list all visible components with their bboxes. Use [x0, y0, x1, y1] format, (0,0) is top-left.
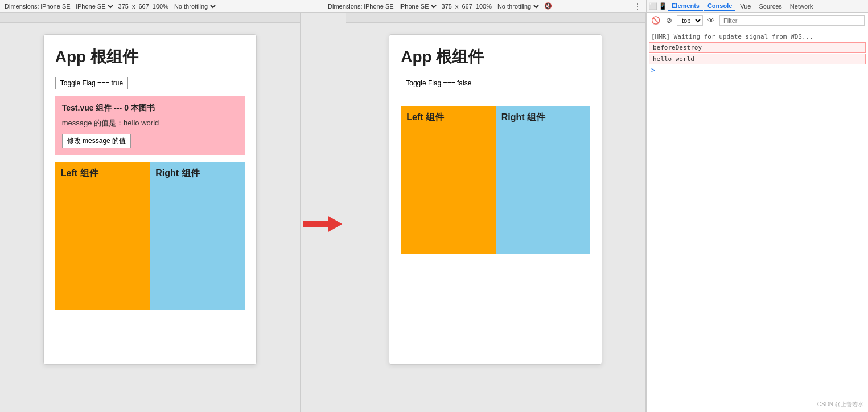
right-browser-panel: App 根组件 Toggle Flag === false Left 组件 Ri…	[346, 13, 647, 412]
right-separator	[401, 99, 590, 99]
left-toggle-button[interactable]: Toggle Flag === true	[55, 77, 128, 89]
inspect-icon[interactable]: ⬜	[649, 2, 657, 10]
throttle-select-right[interactable]: No throttling	[495, 2, 541, 10]
right-ruler	[346, 13, 646, 23]
right-left-label: Left 组件	[406, 112, 444, 124]
devtools-top-icons: ⬜ 📱 Elements Console Vue Sources Network	[646, 0, 868, 12]
right-toggle-button[interactable]: Toggle Flag === false	[401, 77, 476, 89]
left-right-panel: Right 组件	[150, 162, 245, 310]
devtools-content: [HMR] Waiting for update signal from WDS…	[647, 28, 868, 401]
arrow-icon	[303, 213, 343, 235]
console-prompt[interactable]: >	[649, 65, 866, 75]
right-left-panel: Left 组件	[401, 106, 496, 254]
dimensions-label-right: Dimensions: iPhone SE	[328, 3, 394, 10]
toolbar-right: Dimensions: iPhone SE iPhone SE 375 x 66…	[323, 0, 646, 12]
devtools-sources-tab-icon[interactable]: Sources	[756, 2, 785, 11]
devtools-elements-tab-icon: Elements	[668, 1, 703, 11]
height-left: 667	[138, 3, 149, 10]
left-test-component: Test.vue 组件 --- 0 本图书 message 的值是：hello …	[55, 96, 245, 155]
throttle-select-left[interactable]: No throttling	[172, 2, 217, 10]
right-phone-frame: App 根组件 Toggle Flag === false Left 组件 Ri…	[389, 34, 602, 365]
right-right-panel: Right 组件	[496, 106, 591, 254]
watermark-text: CSDN @上善若水	[817, 401, 863, 409]
left-test-title: Test.vue 组件 --- 0 本图书	[62, 103, 238, 113]
dimensions-select-left[interactable]: iPhone SE	[74, 2, 115, 10]
right-app-title: App 根组件	[401, 46, 590, 68]
left-browser-panel: App 根组件 Toggle Flag === true Test.vue 组件…	[0, 13, 301, 412]
console-line-before-destroy: beforeDestroy	[649, 42, 866, 53]
right-browser-content: App 根组件 Toggle Flag === false Left 组件 Ri…	[346, 23, 646, 412]
dimensions-label-left: Dimensions: iPhone SE	[5, 3, 71, 10]
stop-icon[interactable]: ⊘	[665, 15, 673, 26]
x-left: x	[132, 3, 135, 10]
devtools-console-tab-icon[interactable]: Console	[704, 1, 735, 11]
mute-icon[interactable]: 🔇	[544, 2, 552, 10]
width-right: 375	[442, 3, 452, 10]
width-left: 375	[118, 3, 129, 10]
devtools-vue-tab-icon[interactable]: Vue	[737, 2, 754, 11]
clear-icon[interactable]: 🚫	[650, 15, 661, 26]
left-right-label: Right 组件	[155, 168, 199, 180]
left-left-label: Left 组件	[61, 168, 98, 180]
devtools-panel: 🚫 ⊘ top 👁 [HMR] Waiting for update signa…	[646, 13, 868, 412]
eye-icon[interactable]: 👁	[706, 15, 716, 26]
right-lr-container: Left 组件 Right 组件	[401, 106, 590, 254]
console-line-hello-world: hello world	[649, 54, 866, 64]
zoom-right: 100%	[476, 3, 492, 10]
context-select[interactable]: top	[677, 15, 703, 26]
more-icon[interactable]: ⋮	[633, 2, 641, 11]
left-lr-container: Left 组件 Right 组件	[55, 162, 245, 310]
watermark-area: CSDN @上善若水	[647, 401, 868, 412]
x-right: x	[455, 3, 459, 10]
zoom-left: 100%	[153, 3, 168, 10]
left-left-panel: Left 组件	[55, 162, 150, 310]
right-right-label: Right 组件	[501, 112, 545, 124]
browser-panels: App 根组件 Toggle Flag === true Test.vue 组件…	[0, 13, 646, 412]
device-icon[interactable]: 📱	[659, 2, 667, 10]
devtools-network-tab-icon[interactable]: Network	[787, 2, 816, 11]
filter-input[interactable]	[719, 15, 865, 26]
height-right: 667	[462, 3, 472, 10]
left-app-title: App 根组件	[55, 46, 245, 68]
left-modify-button[interactable]: 修改 message 的值	[62, 134, 131, 148]
toolbar-left: Dimensions: iPhone SE iPhone SE 375 x 66…	[0, 0, 323, 12]
svg-marker-0	[303, 216, 342, 232]
left-ruler	[0, 13, 300, 23]
main-area: App 根组件 Toggle Flag === true Test.vue 组件…	[0, 13, 868, 412]
left-browser-content: App 根组件 Toggle Flag === true Test.vue 组件…	[0, 23, 300, 412]
left-phone-frame: App 根组件 Toggle Flag === true Test.vue 组件…	[43, 34, 257, 365]
dimensions-select-right[interactable]: iPhone SE	[397, 2, 438, 10]
arrow-area	[301, 13, 346, 412]
main-toolbar: Dimensions: iPhone SE iPhone SE 375 x 66…	[0, 0, 868, 13]
devtools-toolbar: 🚫 ⊘ top 👁	[647, 13, 868, 28]
console-line-hmr: [HMR] Waiting for update signal from WDS…	[649, 32, 866, 42]
left-message: message 的值是：hello world	[62, 118, 238, 128]
